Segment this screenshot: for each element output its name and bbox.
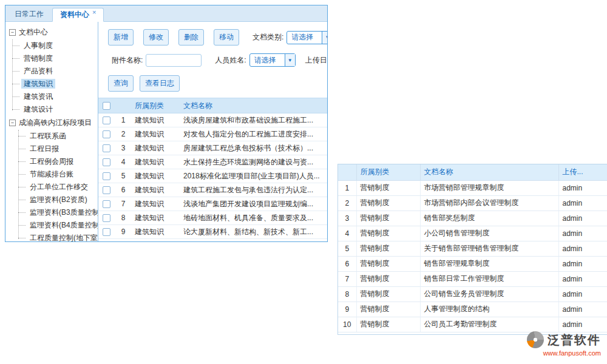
row-doc-name[interactable]: 销售部日常工作管理制度 — [420, 271, 558, 286]
tree-node-project[interactable]: − 成渝高铁内江标段项目 — [5, 116, 98, 130]
tree-node-doc-center[interactable]: − 文档中心 — [5, 25, 98, 39]
row-index: 6 — [114, 183, 132, 197]
row-checkbox[interactable] — [103, 158, 110, 166]
person-name-select[interactable]: 请选择 ▼ — [249, 53, 296, 67]
row-uploader: admin — [558, 317, 607, 332]
doc-category-select[interactable]: 请选择 ▼ — [287, 31, 327, 44]
table-row[interactable]: 5 建筑知识 2018标准化监理项目部(业主项目部)人员... — [98, 169, 327, 183]
row-doc-name[interactable]: 对发包人指定分包的工程施工进度安排... — [181, 127, 327, 141]
tree-item-supervision-b4[interactable]: 监理资料(B4质量控制) — [5, 219, 98, 232]
doc-center-children: 人事制度 营销制度 产品资料 建筑知识 建筑资讯 建筑设计 — [5, 39, 98, 116]
row-uploader: admin — [558, 241, 607, 256]
index-column-header — [114, 98, 132, 113]
table-row[interactable]: 8 建筑知识 地砖地面材料、机具准备、质量要求及... — [98, 211, 327, 225]
row-doc-name[interactable]: 市场营销部管理规章制度 — [420, 180, 558, 195]
table-row[interactable]: 10 营销制度 公司员工考勤管理制度 admin — [338, 317, 607, 332]
row-checkbox[interactable] — [103, 116, 110, 124]
row-checkbox[interactable] — [103, 144, 110, 152]
table-row[interactable]: 4 营销制度 小公司销售管理制度 admin — [338, 226, 607, 241]
table-row[interactable]: 7 建筑知识 浅谈地产集团开发建设项目监理规划编... — [98, 197, 327, 211]
tree-item-building-news[interactable]: 建筑资讯 — [5, 90, 98, 103]
row-doc-name[interactable]: 销售部管理规章制度 — [420, 256, 558, 271]
row-doc-name[interactable]: 关于销售部管理销售管理制度 — [420, 241, 558, 256]
tree-item-weekly-meeting[interactable]: 工程例会周报 — [5, 155, 98, 168]
tree-item-hr-policy[interactable]: 人事制度 — [5, 39, 98, 52]
select-all-checkbox[interactable] — [103, 102, 110, 110]
row-doc-name[interactable]: 小公司销售管理制度 — [420, 226, 558, 241]
row-doc-name[interactable]: 人事管理制度的结构 — [420, 302, 558, 317]
row-index: 8 — [114, 211, 132, 225]
row-doc-name[interactable]: 论大厦新材料、新结构、新技术、新工... — [181, 225, 327, 239]
row-doc-name[interactable]: 建筑工程施工发包与承包违法行为认定... — [181, 183, 327, 197]
table-row[interactable]: 1 建筑知识 浅谈房屋建筑和市政基础设施工程施工... — [98, 113, 327, 127]
tree-item-supervision-b3[interactable]: 监理资料(B3质量控制) — [5, 206, 98, 219]
row-checkbox[interactable] — [103, 214, 110, 222]
table-row[interactable]: 9 建筑知识 论大厦新材料、新结构、新技术、新工... — [98, 225, 327, 239]
row-index: 2 — [114, 127, 132, 141]
collapse-icon[interactable]: − — [9, 120, 16, 126]
category-column-header: 所属别类 — [356, 164, 420, 180]
row-category: 营销制度 — [356, 317, 420, 332]
attachment-name-input[interactable] — [146, 54, 202, 67]
tree-item-supervision-b2[interactable]: 监理资料(B2资质) — [5, 194, 98, 206]
table-row[interactable]: 6 营销制度 销售部管理规章制度 admin — [338, 256, 607, 271]
tree-item-product-materials[interactable]: 产品资料 — [5, 65, 98, 78]
tab-daily-work[interactable]: 日常工作 — [7, 7, 51, 21]
row-doc-name[interactable]: 销售部奖惩制度 — [420, 211, 558, 226]
tree-item-marketing-policy[interactable]: 营销制度 — [5, 52, 98, 65]
collapse-icon[interactable]: − — [9, 29, 16, 36]
tree-item-contact-letter[interactable]: 工程联系函 — [5, 130, 98, 143]
row-doc-name[interactable]: 公司员工考勤管理制度 — [420, 317, 558, 332]
row-index: 9 — [114, 225, 132, 239]
table-row[interactable]: 4 建筑知识 水土保持生态环境监测网络的建设与资... — [98, 155, 327, 169]
tree-item-daily-report[interactable]: 工程日报 — [5, 143, 98, 155]
tree-item-work-transfer[interactable]: 分工单位工作移交 — [5, 181, 98, 194]
row-checkbox[interactable] — [103, 228, 110, 236]
row-checkbox[interactable] — [103, 130, 110, 138]
fanpu-logo: 泛普软件 www.fanpusoft.com — [527, 331, 601, 357]
row-category: 建筑知识 — [132, 127, 181, 141]
row-index: 3 — [338, 211, 356, 226]
table-row[interactable]: 1 营销制度 市场营销部管理规章制度 admin — [338, 180, 607, 195]
table-row[interactable]: 7 营销制度 销售部日常工作管理制度 admin — [338, 271, 607, 286]
tree-item-energy-ledger[interactable]: 节能减排台账 — [5, 168, 98, 181]
table-row[interactable]: 3 营销制度 销售部奖惩制度 admin — [338, 211, 607, 226]
table-row[interactable]: 6 建筑知识 建筑工程施工发包与承包违法行为认定... — [98, 183, 327, 197]
add-button[interactable]: 新增 — [108, 29, 134, 46]
modify-button[interactable]: 修改 — [143, 29, 169, 46]
table-row[interactable]: 5 营销制度 关于销售部管理销售管理制度 admin — [338, 241, 607, 256]
view-log-button[interactable]: 查看日志 — [140, 75, 180, 92]
row-checkbox[interactable] — [103, 200, 110, 208]
row-checkbox[interactable] — [103, 186, 110, 194]
table-row[interactable]: 2 营销制度 市场营销部内部会议管理制度 admin — [338, 195, 607, 211]
row-checkbox[interactable] — [103, 172, 110, 180]
row-doc-name[interactable]: 大厦地下室加气砼墙砌筑工程的施工方... — [181, 239, 327, 243]
row-doc-name[interactable]: 2018标准化监理项目部(业主项目部)人员... — [181, 169, 327, 183]
row-doc-name[interactable]: 房屋建筑工程总承包投标书（技术标）... — [181, 141, 327, 155]
row-doc-name[interactable]: 水土保持生态环境监测网络的建设与资... — [181, 155, 327, 169]
row-doc-name[interactable]: 浅谈房屋建筑和市政基础设施工程施工... — [181, 113, 327, 127]
table-row[interactable]: 10 建筑知识 大厦地下室加气砼墙砌筑工程的施工方... — [98, 239, 327, 243]
table-row[interactable]: 3 建筑知识 房屋建筑工程总承包投标书（技术标）... — [98, 141, 327, 155]
query-button[interactable]: 查询 — [108, 75, 134, 92]
tree-item-building-design[interactable]: 建筑设计 — [5, 103, 98, 116]
row-index: 4 — [338, 226, 356, 241]
row-doc-name[interactable]: 浅谈地产集团开发建设项目监理规划编... — [181, 197, 327, 211]
fanpu-logo-name: 泛普软件 — [548, 332, 601, 348]
row-category: 建筑知识 — [132, 211, 181, 225]
uploader-column-header[interactable]: 上传... — [558, 164, 607, 180]
category-column-header: 所属别类 — [132, 98, 181, 113]
move-button[interactable]: 移动 — [214, 29, 239, 46]
row-doc-name[interactable]: 公司销售业务员管理制度 — [420, 286, 558, 302]
table-row[interactable]: 9 营销制度 人事管理制度的结构 admin — [338, 302, 607, 317]
tree-item-building-knowledge[interactable]: 建筑知识 — [5, 78, 98, 90]
delete-button[interactable]: 删除 — [178, 29, 204, 46]
table-row[interactable]: 8 营销制度 公司销售业务员管理制度 admin — [338, 286, 607, 302]
row-doc-name[interactable]: 市场营销部内部会议管理制度 — [420, 195, 558, 211]
tree-item-quality-basement[interactable]: 工程质量控制(地下室) — [5, 232, 98, 242]
tab-data-center[interactable]: 资料中心 × — [52, 8, 104, 22]
row-doc-name[interactable]: 地砖地面材料、机具准备、质量要求及... — [181, 211, 327, 225]
table-row[interactable]: 2 建筑知识 对发包人指定分包的工程施工进度安排... — [98, 127, 327, 141]
document-table: 所属别类 文档名称 1 建筑知识 浅谈房屋建筑和市政基础设施工程施工... — [98, 98, 327, 242]
close-icon[interactable]: × — [92, 5, 96, 19]
